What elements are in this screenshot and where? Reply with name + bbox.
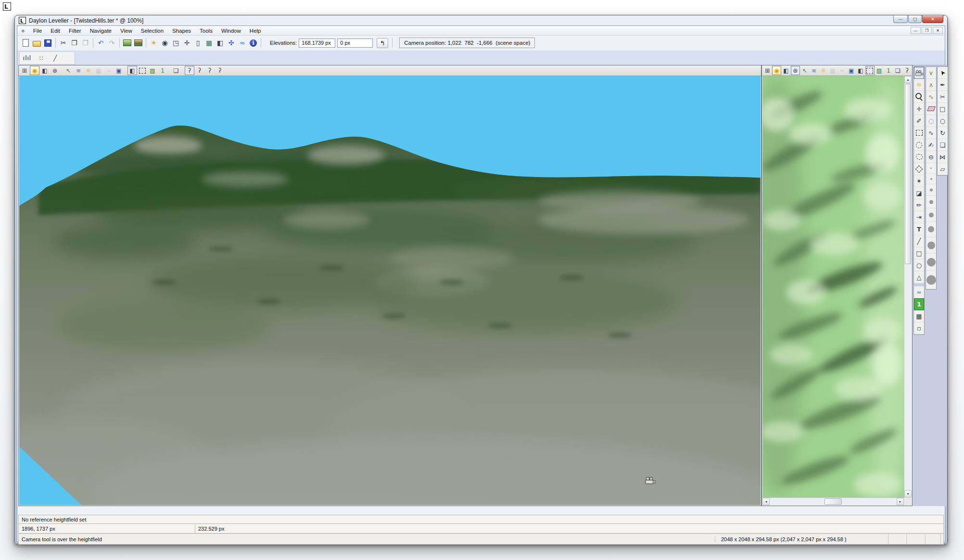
spray-tool-button[interactable]: ∷ bbox=[36, 52, 47, 64]
heightfield-2d-view[interactable] bbox=[762, 76, 905, 497]
camera-preset-4-button[interactable]: ʔ bbox=[215, 66, 225, 75]
rotate-tool[interactable]: ↻ bbox=[938, 127, 948, 139]
select-arrow-tool[interactable]: ➤ bbox=[938, 67, 948, 79]
cut-button[interactable]: ✂ bbox=[58, 38, 69, 49]
mirror-tool[interactable]: ⋈ bbox=[938, 151, 948, 163]
mdi-restore-button[interactable]: ❐ bbox=[922, 27, 932, 34]
menu-selection[interactable]: Selection bbox=[137, 27, 168, 35]
heightfield-horizontal-scrollbar[interactable]: ◂ ▸ bbox=[762, 497, 904, 505]
histogram-tool-button[interactable]: ılıl bbox=[22, 52, 33, 64]
paste-button[interactable]: ❒ bbox=[80, 38, 91, 49]
oval-brush[interactable]: ⊖ bbox=[926, 151, 936, 163]
square-mode-button[interactable]: ▫ bbox=[914, 322, 924, 334]
scroll-up-button[interactable]: ▴ bbox=[904, 76, 912, 83]
menu-view[interactable]: View bbox=[116, 27, 137, 35]
brush-size-4[interactable] bbox=[926, 196, 936, 208]
texture-wheel-button[interactable]: ⊛ bbox=[50, 66, 60, 75]
contrast-view-button[interactable]: ◧ bbox=[40, 66, 50, 75]
wireframe-button[interactable]: ≈ bbox=[837, 66, 846, 75]
terrain-raise-button[interactable] bbox=[122, 38, 133, 49]
undo-button[interactable]: ↶ bbox=[95, 38, 106, 49]
valley-brush[interactable]: ∨ bbox=[926, 67, 936, 79]
hatch-overlay-button[interactable]: ▨ bbox=[148, 66, 157, 75]
airbrush-tool[interactable]: ✐ bbox=[914, 115, 924, 127]
sun-light-button[interactable]: ☀ bbox=[148, 38, 159, 49]
hill-brush[interactable]: ∧ bbox=[926, 79, 936, 91]
menu-tools[interactable]: Tools bbox=[195, 27, 217, 35]
camera-preset-1-button[interactable]: ʔ bbox=[185, 66, 194, 75]
copy-button[interactable]: ❐ bbox=[69, 38, 80, 49]
mdi-minimize-button[interactable]: — bbox=[911, 27, 921, 34]
brush-size-6[interactable] bbox=[926, 222, 936, 237]
fill-select-tool[interactable]: ◪ bbox=[914, 187, 924, 199]
brush-size-5[interactable] bbox=[926, 208, 936, 222]
wireframe-button[interactable]: ≈ bbox=[104, 66, 114, 75]
marquee-rect-tool[interactable] bbox=[914, 127, 924, 139]
redo-button[interactable]: ↷ bbox=[106, 38, 117, 49]
mdi-close-button[interactable]: ✕ bbox=[933, 27, 943, 34]
solid-view-button[interactable]: ▣ bbox=[847, 66, 855, 75]
scroll-left-button[interactable]: ◂ bbox=[762, 498, 770, 505]
pointer-mode-button[interactable]: ↖ bbox=[63, 66, 73, 75]
line-tool[interactable]: ╱ bbox=[914, 235, 924, 247]
camera-view-button[interactable]: ◉ bbox=[772, 66, 781, 75]
heightfield-map-button[interactable]: ▦ bbox=[203, 38, 215, 49]
actual-pixels-button[interactable]: 1 bbox=[914, 298, 924, 310]
camera-preset-button[interactable]: ʔ bbox=[903, 66, 912, 75]
link-button[interactable]: ✣ bbox=[226, 38, 237, 49]
tile-mode-button[interactable]: ▦ bbox=[914, 310, 924, 322]
document-menu-icon[interactable]: ◈ bbox=[21, 28, 25, 33]
light-tool[interactable]: ☼ bbox=[914, 79, 924, 91]
menu-help[interactable]: Help bbox=[245, 27, 266, 35]
copy-view-button[interactable]: ❏ bbox=[171, 66, 181, 75]
solid-view-button[interactable]: ▣ bbox=[114, 66, 124, 75]
close-button[interactable]: ✕ bbox=[922, 15, 943, 23]
texture-wheel-button[interactable]: ⊛ bbox=[791, 66, 799, 75]
waves-display-button[interactable]: ≋ bbox=[74, 66, 83, 75]
flat-shade-button[interactable]: ▩ bbox=[828, 66, 837, 75]
frame-view-button[interactable]: ◳ bbox=[170, 38, 181, 49]
duplicate-tool[interactable]: ❏ bbox=[938, 139, 948, 151]
lasso-tool[interactable] bbox=[914, 151, 924, 163]
move-selection-tool[interactable]: ⇥ bbox=[914, 211, 924, 223]
title-bar[interactable]: L Daylon Leveller - [TwistedHills.ter * … bbox=[15, 15, 947, 25]
save-button[interactable] bbox=[42, 38, 53, 49]
elevation-field-2[interactable]: 0 px bbox=[337, 38, 373, 48]
menu-shapes[interactable]: Shapes bbox=[168, 27, 195, 35]
water-button[interactable]: ≈ bbox=[237, 38, 248, 49]
pan-tool[interactable]: ✛ bbox=[914, 103, 924, 115]
line-tool-button[interactable]: ╱ bbox=[50, 52, 61, 64]
lighting-button[interactable]: ☼ bbox=[819, 66, 827, 75]
brush-size-1[interactable] bbox=[926, 163, 936, 174]
camera-preset-3-button[interactable]: ʔ bbox=[205, 66, 215, 75]
text-tool[interactable]: T bbox=[914, 223, 924, 235]
drop-brush[interactable]: ○ bbox=[926, 115, 936, 127]
lit-view-button[interactable]: ◧ bbox=[856, 66, 865, 75]
wand-tool[interactable]: ✶ bbox=[914, 175, 924, 187]
paint-select-tool[interactable]: ✏ bbox=[914, 199, 924, 211]
swap-elevations-button[interactable]: ↰ bbox=[377, 38, 388, 48]
scissors-tool[interactable]: ✂ bbox=[938, 91, 948, 103]
camera-tool[interactable] bbox=[914, 67, 924, 79]
render-button[interactable]: ◉ bbox=[159, 38, 170, 49]
contrast-view-button[interactable]: ◧ bbox=[782, 66, 790, 75]
actual-size-button[interactable]: 1 bbox=[884, 66, 893, 75]
polygon-select-tool[interactable] bbox=[914, 163, 924, 175]
pointer-mode-button[interactable]: ↖ bbox=[800, 66, 809, 75]
triangle-tool[interactable]: △ bbox=[914, 271, 924, 283]
actual-size-button[interactable]: 1 bbox=[158, 66, 167, 75]
horizontal-scroll-thumb[interactable] bbox=[824, 498, 842, 505]
camera-view-button[interactable]: ◉ bbox=[30, 66, 39, 75]
info-button[interactable]: i bbox=[248, 38, 259, 49]
marquee-ellipse-tool[interactable] bbox=[914, 139, 924, 151]
vertical-scroll-thumb[interactable] bbox=[905, 84, 911, 264]
waves-display-button[interactable]: ≋ bbox=[810, 66, 818, 75]
scroll-down-button[interactable]: ▾ bbox=[904, 490, 912, 497]
mask-button[interactable]: ◧ bbox=[215, 38, 226, 49]
lighting-button[interactable]: ☼ bbox=[84, 66, 93, 75]
menu-navigate[interactable]: Navigate bbox=[86, 27, 116, 35]
smudge-brush[interactable]: ∿ bbox=[926, 127, 936, 139]
ellipse-tool[interactable]: ○ bbox=[914, 259, 924, 271]
hatch-overlay-button[interactable]: ▨ bbox=[875, 66, 884, 75]
elevation-field-1[interactable]: 168.1739 px bbox=[299, 38, 335, 48]
